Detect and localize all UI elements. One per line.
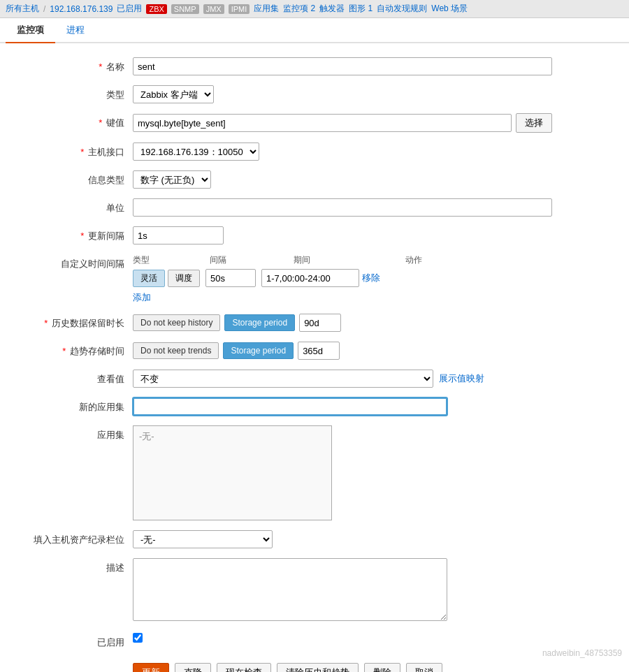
enabled-label: 已启用 — [117, 3, 142, 15]
sub-nav: 监控项 进程 — [0, 18, 629, 43]
flexible-btn[interactable]: 灵活 — [133, 270, 165, 287]
clear-history-button[interactable]: 清除历史和趋势 — [277, 663, 359, 672]
interval-input[interactable] — [205, 269, 256, 287]
checkbox-row — [133, 633, 552, 643]
update-button[interactable]: 更新 — [133, 663, 169, 672]
trend-toggle-row: Do not keep trends Storage period — [133, 342, 552, 360]
host-control: 192.168.176.139：10050 — [133, 143, 552, 161]
history-value-input[interactable] — [299, 314, 341, 332]
unit-label: 单位 — [21, 198, 133, 214]
trend-label: * 趋势存储时间 — [21, 342, 133, 358]
host-row: * 主机接口 192.168.176.139：10050 — [21, 143, 608, 161]
all-hosts-link[interactable]: 所有主机 — [6, 3, 39, 15]
type-control: Zabbix 客户端 — [133, 85, 552, 103]
badge-ipmi[interactable]: IPMI — [229, 4, 250, 14]
col-period-header: 期间 — [294, 254, 405, 266]
new-app-label: 新的应用集 — [21, 397, 133, 414]
update-required: * — [80, 231, 84, 241]
value-map-row: 查看值 不变 展示值映射 — [21, 370, 608, 388]
key-input[interactable] — [133, 114, 512, 132]
add-btn[interactable]: 添加 — [133, 291, 151, 304]
cancel-button[interactable]: 取消 — [406, 663, 442, 672]
top-nav: 所有主机 / 192.168.176.139 已启用 ZBX SNMP JMX … — [0, 0, 629, 18]
custom-time-row: 自定义时间间隔 类型 间隔 期间 动作 灵活 调度 移除 添加 — [21, 254, 608, 304]
desc-textarea[interactable] — [133, 558, 447, 621]
update-interval-control — [133, 226, 552, 244]
value-map-select[interactable]: 不变 — [133, 370, 433, 388]
enabled-control — [133, 633, 552, 643]
period-input[interactable] — [261, 269, 359, 287]
key-select-button[interactable]: 选择 — [516, 113, 552, 133]
badge-jmx[interactable]: JMX — [203, 4, 224, 14]
clone-button[interactable]: 克隆 — [175, 663, 211, 672]
app-list[interactable]: -无- — [133, 425, 332, 520]
scheduling-btn[interactable]: 调度 — [168, 270, 200, 287]
asset-select[interactable]: -无- — [133, 530, 273, 548]
history-storage-btn[interactable]: Storage period — [224, 314, 295, 331]
name-control — [133, 57, 552, 75]
main-content: * 名称 类型 Zabbix 客户端 * 键值 选择 — [0, 43, 629, 672]
name-input[interactable] — [133, 57, 552, 75]
web-link[interactable]: Web 场景 — [431, 3, 468, 15]
col-interval-header: 间隔 — [210, 254, 294, 266]
unit-control — [133, 198, 552, 217]
enabled-checkbox[interactable] — [133, 633, 143, 643]
new-app-input[interactable] — [133, 397, 447, 416]
info-type-row: 信息类型 数字 (无正负) — [21, 170, 608, 189]
enabled-label: 已启用 — [21, 633, 133, 649]
enabled-row: 已启用 — [21, 633, 608, 649]
trend-control: Do not keep trends Storage period — [133, 342, 552, 360]
badge-snmp[interactable]: SNMP — [171, 4, 199, 14]
discovery-link[interactable]: 自动发现规则 — [377, 3, 427, 15]
tab-monitor[interactable]: 监控项 — [6, 18, 55, 43]
history-control: Do not keep history Storage period — [133, 314, 552, 332]
trend-required: * — [62, 346, 66, 356]
trend-value-input[interactable] — [298, 342, 340, 360]
custom-time-label: 自定义时间间隔 — [21, 254, 133, 270]
history-row: * 历史数据保留时长 Do not keep history Storage p… — [21, 314, 608, 332]
desc-row: 描述 — [21, 558, 608, 623]
triggers-link[interactable]: 触发器 — [319, 3, 345, 15]
value-map-link[interactable]: 展示值映射 — [439, 372, 484, 385]
new-app-control — [133, 397, 552, 416]
watermark: nadweibin_48753359 — [542, 648, 622, 658]
badge-zbx[interactable]: ZBX — [146, 4, 166, 14]
bottom-buttons: 更新 克隆 现在检查 清除历史和趋势 删除 取消 — [21, 663, 608, 672]
custom-time-control: 类型 间隔 期间 动作 灵活 调度 移除 添加 — [133, 254, 552, 304]
graphs-link[interactable]: 图形 1 — [349, 3, 373, 15]
key-control: 选择 — [133, 113, 552, 133]
app-list-item: -无- — [136, 429, 328, 444]
value-map-label: 查看值 — [21, 370, 133, 386]
key-row: * 键值 选择 — [21, 113, 608, 133]
apps-link[interactable]: 应用集 — [254, 3, 279, 15]
history-required: * — [44, 318, 48, 328]
col-action-header: 动作 — [405, 254, 422, 266]
valuemap-inner-row: 不变 展示值映射 — [133, 370, 552, 388]
trend-storage-btn[interactable]: Storage period — [223, 342, 294, 359]
app-row: 应用集 -无- — [21, 425, 608, 520]
monitors-link[interactable]: 监控项 2 — [283, 3, 315, 15]
value-map-control: 不变 展示值映射 — [133, 370, 552, 388]
name-required: * — [99, 61, 102, 72]
asset-label: 填入主机资产纪录栏位 — [21, 530, 133, 546]
tab-process[interactable]: 进程 — [55, 18, 96, 43]
asset-row: 填入主机资产纪录栏位 -无- — [21, 530, 608, 548]
remove-btn[interactable]: 移除 — [362, 272, 380, 284]
history-no-keep-btn[interactable]: Do not keep history — [133, 314, 220, 331]
trend-no-keep-btn[interactable]: Do not keep trends — [133, 342, 219, 359]
info-type-select[interactable]: 数字 (无正负) — [133, 170, 211, 189]
type-select[interactable]: Zabbix 客户端 — [133, 85, 214, 103]
info-type-control: 数字 (无正负) — [133, 170, 552, 189]
host-select[interactable]: 192.168.176.139：10050 — [133, 143, 259, 161]
delete-button[interactable]: 删除 — [364, 663, 400, 672]
unit-input[interactable] — [133, 198, 552, 217]
check-now-button[interactable]: 现在检查 — [217, 663, 271, 672]
key-label: * 键值 — [21, 113, 133, 129]
update-interval-label: * 更新间隔 — [21, 226, 133, 242]
name-row: * 名称 — [21, 57, 608, 75]
desc-control — [133, 558, 552, 623]
update-interval-input[interactable] — [133, 226, 224, 244]
asset-control: -无- — [133, 530, 552, 548]
ip-link[interactable]: 192.168.176.139 — [50, 4, 113, 14]
app-control: -无- — [133, 425, 552, 520]
